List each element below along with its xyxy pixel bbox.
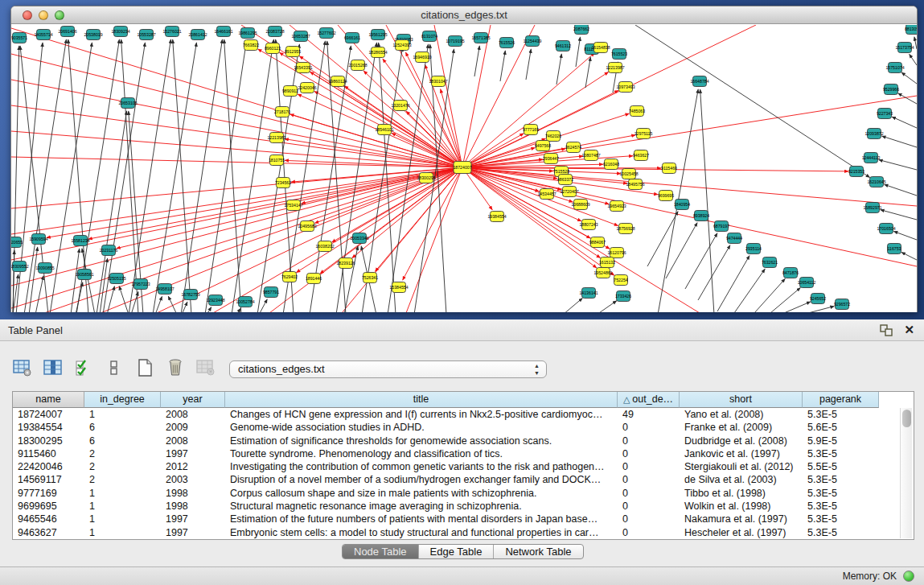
table-cell[interactable]: 19384554: [13, 421, 84, 434]
graph-edge-red[interactable]: [11, 167, 462, 234]
graph-edge-black[interactable]: [784, 302, 811, 312]
table-cell[interactable]: Estimation of the future numbers of pati…: [225, 513, 618, 525]
network-window-titlebar[interactable]: citations_edges.txt: [11, 6, 917, 24]
table-mode-icon[interactable]: [12, 357, 33, 378]
show-columns-icon[interactable]: [43, 357, 64, 378]
graph-edge-red[interactable]: [344, 86, 462, 167]
graph-edge-red[interactable]: [47, 167, 462, 237]
table-cell[interactable]: Tourette syndrome. Phenomenology and cla…: [225, 447, 618, 460]
graph-edge-black[interactable]: [685, 233, 717, 289]
table-row[interactable]: 1938455462009Genome-wide association stu…: [13, 421, 879, 434]
graph-edge-black[interactable]: [500, 51, 505, 81]
table-cell[interactable]: Estimation of significance thresholds fo…: [225, 435, 618, 447]
graph-edge-black[interactable]: [717, 256, 749, 311]
table-cell[interactable]: Nakamura et al. (1997): [680, 513, 803, 525]
table-cell[interactable]: 0: [618, 435, 680, 447]
table-cell[interactable]: 0: [618, 473, 680, 486]
table-cell[interactable]: Disruption of a novel member of a sodium…: [225, 473, 618, 486]
graph-edge-black[interactable]: [734, 269, 765, 312]
table-cell[interactable]: 9115460: [13, 447, 84, 460]
graph-edge-black[interactable]: [808, 307, 834, 312]
graph-edge-black[interactable]: [259, 299, 267, 312]
table-cell[interactable]: 1: [84, 526, 161, 539]
table-cell[interactable]: 1997: [161, 526, 225, 539]
graph-edge-black[interactable]: [882, 136, 917, 147]
graph-edge-black[interactable]: [647, 212, 678, 266]
table-row[interactable]: 946362711997Embryonic stem cells: a mode…: [13, 526, 879, 539]
graph-edge-black[interactable]: [181, 39, 223, 312]
column-header-pagerank[interactable]: pagerank: [803, 392, 879, 408]
delete-column-icon[interactable]: [165, 357, 186, 378]
table-cell[interactable]: Tibbo et al. (1998): [680, 487, 803, 500]
table-cell[interactable]: 1998: [161, 500, 225, 513]
column-header-year[interactable]: year: [161, 392, 225, 408]
graph-edge-black[interactable]: [207, 307, 211, 312]
graph-edge-black[interactable]: [698, 245, 730, 300]
table-cell[interactable]: Yano et al. (2008): [680, 408, 803, 421]
row-format-icon[interactable]: [104, 357, 125, 378]
graph-edge-black[interactable]: [879, 160, 917, 170]
graph-edge-black[interactable]: [556, 54, 561, 84]
table-cell[interactable]: 0: [618, 513, 680, 525]
table-cell[interactable]: Franke et al. (2009): [680, 421, 803, 434]
graph-edge-black[interactable]: [914, 37, 917, 49]
table-cell[interactable]: 1998: [161, 487, 225, 500]
table-cell[interactable]: 2008: [161, 408, 225, 421]
table-cell[interactable]: 0: [618, 526, 680, 539]
table-cell[interactable]: Stergiakouli et al. (2012): [680, 460, 803, 473]
graph-edge-red[interactable]: [462, 167, 601, 258]
graph-edge-red[interactable]: [375, 167, 462, 271]
table-cell[interactable]: Embryonic stem cells: a model to study s…: [225, 526, 618, 539]
table-cell[interactable]: Hescheler et al. (1997): [680, 526, 803, 539]
table-cell[interactable]: Investigating the contribution of common…: [225, 460, 618, 473]
table-cell[interactable]: 2: [84, 447, 161, 460]
graph-edge-red[interactable]: [383, 59, 462, 167]
float-panel-icon[interactable]: [880, 324, 893, 336]
table-cell[interactable]: 2009: [161, 421, 225, 434]
graph-edge-red[interactable]: [462, 25, 491, 167]
graph-edge-black[interactable]: [754, 278, 785, 312]
table-row[interactable]: 1872400712008Changes of HCN gene express…: [13, 408, 879, 421]
select-rows-icon[interactable]: [73, 357, 94, 378]
graph-edge-black[interactable]: [236, 308, 240, 312]
table-cell[interactable]: Wolkin et al. (1998): [680, 500, 803, 513]
graph-edge-black[interactable]: [892, 117, 917, 128]
table-row[interactable]: 1830029562008Estimation of significance …: [13, 435, 879, 447]
graph-edge-red[interactable]: [406, 167, 462, 312]
table-cell[interactable]: 5.9E-5: [803, 435, 879, 447]
table-cell[interactable]: 0: [618, 447, 680, 460]
table-cell[interactable]: 6: [84, 421, 161, 434]
table-cell[interactable]: 5.3E-5: [803, 447, 879, 460]
table-cell[interactable]: 2012: [161, 460, 225, 473]
table-cell[interactable]: 49: [618, 408, 680, 421]
table-cell[interactable]: 1997: [161, 447, 225, 460]
tab-edge-table[interactable]: Edge Table: [419, 545, 495, 558]
citation-network-graph[interactable]: 9035571140557142069140620538019183092341…: [11, 25, 917, 312]
table-cell[interactable]: 2008: [161, 435, 225, 447]
table-cell[interactable]: 9777169: [13, 487, 84, 500]
table-cell[interactable]: 5.3E-5: [803, 473, 879, 486]
table-cell[interactable]: 5.6E-5: [803, 421, 879, 434]
graph-edge-black[interactable]: [901, 252, 917, 260]
graph-edge-black[interactable]: [153, 43, 196, 312]
table-cell[interactable]: 0: [618, 421, 680, 434]
table-cell[interactable]: 5.5E-5: [803, 460, 879, 473]
table-cell[interactable]: 2: [84, 473, 161, 486]
new-column-icon[interactable]: [134, 357, 155, 378]
table-cell[interactable]: Changes of HCN gene expression and I(f) …: [225, 408, 618, 421]
table-cell[interactable]: 5.3E-5: [803, 487, 879, 500]
table-selector-dropdown[interactable]: citations_edges.txt ▲▼: [229, 360, 547, 378]
graph-edge-black[interactable]: [770, 287, 800, 312]
delete-table-icon[interactable]: [195, 357, 216, 378]
table-cell[interactable]: 1: [84, 408, 161, 421]
table-cell[interactable]: 1: [84, 513, 161, 525]
table-cell[interactable]: 2003: [161, 473, 225, 486]
table-cell[interactable]: 0: [618, 460, 680, 473]
graph-edge-black[interactable]: [881, 210, 917, 220]
graph-edge-red[interactable]: [290, 114, 462, 167]
graph-edge-black[interactable]: [563, 298, 582, 312]
table-cell[interactable]: 9465546: [13, 513, 84, 525]
graph-edge-black[interactable]: [526, 49, 531, 80]
graph-edge-red[interactable]: [462, 167, 917, 266]
graph-edge-black[interactable]: [910, 54, 917, 65]
